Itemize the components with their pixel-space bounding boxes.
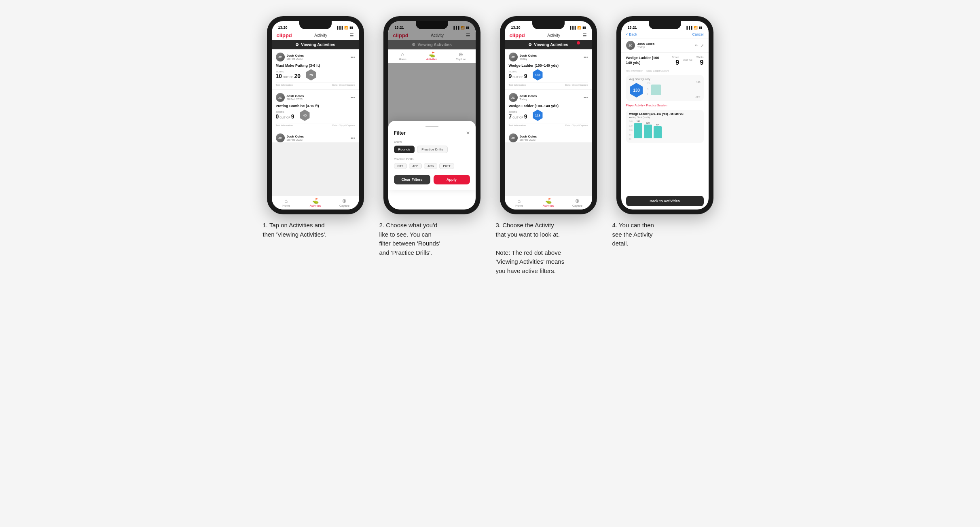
back-button-4[interactable]: < Back: [626, 32, 637, 36]
tab-capture-3[interactable]: ⊕ Capture: [563, 198, 592, 207]
shots-section-4: Shots 9: [696, 56, 704, 66]
score-val-3-2: 7: [509, 113, 512, 120]
three-dots-3-2[interactable]: •••: [584, 95, 588, 100]
y-label-80: 80: [629, 133, 633, 136]
drill-pill-putt-2[interactable]: PUTT: [439, 163, 454, 169]
bar-4-2: [644, 125, 652, 138]
bar-group-4-2: 129: [644, 122, 652, 138]
player-activity-link-4[interactable]: Practice Session: [646, 104, 667, 107]
avatar-3-1: JC: [509, 53, 518, 61]
tab-activities-2[interactable]: ⛳ Activities: [417, 51, 447, 61]
cancel-button-4[interactable]: Cancel: [692, 32, 703, 36]
home-icon-1: ⌂: [285, 198, 288, 204]
user-info-3-3: Josh Coles 28 Feb 2023: [520, 135, 537, 141]
user-name-3-1: Josh Coles: [520, 54, 537, 57]
user-date-1-3: 28 Feb 2023: [287, 138, 304, 141]
user-name-1-2: Josh Coles: [287, 94, 304, 98]
score-value-row-3-2: 7 OUT OF 9: [509, 113, 527, 120]
mini-bar-4: [651, 85, 661, 95]
filter-overlay-2: Filter ✕ Show Rounds Practice Drills Pra…: [388, 121, 476, 190]
tab-home-label-3: Home: [515, 204, 523, 207]
activity-card-3-3[interactable]: JC Josh Coles 28 Feb 2023: [505, 130, 592, 142]
three-dots-1-3[interactable]: •••: [351, 136, 355, 140]
activity-card-3-1[interactable]: JC Josh Coles Today ••• Wedge Ladder (10…: [505, 49, 592, 89]
drill-pill-app-2[interactable]: APP: [409, 163, 422, 169]
avatar-1-2: JC: [276, 93, 285, 102]
avg-sq-row-4: 130 100 50 0: [629, 82, 701, 98]
activity-footer-1-2: Test Information Data: Clippd Capture: [276, 123, 355, 127]
capture-icon-1: ⊕: [342, 198, 347, 204]
phone-column-3: 13:20 ▐▐▐ 📶 ▮▮ clippd Activity ☰ ⚙ Viewi…: [496, 16, 601, 275]
sq-badge-1-1: 75: [305, 69, 317, 80]
card-header-1-1: JC Josh Coles 28 Feb 2023 •••: [276, 53, 355, 61]
activity-card-1-3[interactable]: JC Josh Coles 28 Feb 2023 •••: [272, 130, 359, 142]
activity-user-1-3: JC Josh Coles 28 Feb 2023: [276, 133, 304, 142]
filter-title-2: Filter: [394, 130, 406, 136]
activity-title-1-2: Putting Combine (3-15 ft): [276, 104, 355, 108]
apply-button-2[interactable]: Apply: [434, 175, 470, 184]
back-to-activities-button-4[interactable]: Back to Activities: [626, 196, 704, 206]
activities-list-3: JC Josh Coles Today ••• Wedge Ladder (10…: [505, 49, 592, 196]
activity-user-1-1: JC Josh Coles 28 Feb 2023: [276, 53, 304, 61]
drill-pill-arg-2[interactable]: ARG: [424, 163, 438, 169]
clear-filters-button-2[interactable]: Clear Filters: [394, 175, 430, 184]
detail-drill-title-4: Wedge Ladder (100–140 yds): [626, 56, 667, 65]
user-name-1-1: Josh Coles: [287, 54, 304, 57]
drills-label-2: Practice Drills: [394, 157, 470, 161]
activity-title-3-1: Wedge Ladder (100–140 yds): [509, 63, 588, 68]
avatar-3-2: JC: [509, 93, 518, 102]
tab-home-3[interactable]: ⌂ Home: [505, 198, 534, 207]
three-dots-3-1[interactable]: •••: [584, 55, 588, 59]
edit-icon-4[interactable]: ✏: [695, 43, 698, 48]
bar-val-4-1: 132: [637, 120, 640, 123]
bar-4-3: [654, 126, 662, 138]
y-label-120: 120: [629, 125, 633, 127]
activity-card-1-2[interactable]: JC Josh Coles 28 Feb 2023 ••• Putting Co…: [272, 90, 359, 130]
three-dots-1-1[interactable]: •••: [351, 55, 355, 59]
app-logo-3: clippd: [510, 32, 525, 38]
activity-card-1-1[interactable]: JC Josh Coles 28 Feb 2023 ••• Must Make …: [272, 49, 359, 89]
out-of-label-4: OUT OF: [683, 59, 692, 61]
hamburger-icon-3[interactable]: ☰: [582, 33, 587, 38]
filter-close-2[interactable]: ✕: [466, 130, 470, 136]
battery-icon-4: ▮▮: [699, 26, 702, 30]
shots-val-1-1: 20: [294, 73, 301, 79]
detail-sub-info2-4: Data: Clippd Capture: [646, 70, 669, 72]
tab-home-1[interactable]: ⌂ Home: [272, 198, 301, 207]
tab-activities-1[interactable]: ⛳ Activities: [301, 198, 330, 207]
phone-frame-3: 13:20 ▐▐▐ 📶 ▮▮ clippd Activity ☰ ⚙ Viewi…: [500, 16, 597, 214]
status-time-3: 13:20: [511, 25, 521, 30]
three-dots-1-2[interactable]: •••: [351, 95, 355, 100]
tab-capture-2[interactable]: ⊕ Capture: [447, 51, 476, 61]
tab-home-label-2: Home: [399, 58, 406, 61]
shots-val-3-1: 9: [524, 73, 527, 79]
drill-pill-ott-2[interactable]: OTT: [394, 163, 407, 169]
activity-stats-3-1: Score 9 OUT OF 9 130: [509, 69, 588, 80]
activity-card-3-2[interactable]: JC Josh Coles Today ••• Wedge Ladder (10…: [505, 90, 592, 130]
activities-list-1: JC Josh Coles 28 Feb 2023 ••• Must Make …: [272, 49, 359, 196]
filter-handle-2: [425, 126, 438, 127]
battery-icon-3: ▮▮: [582, 26, 586, 30]
phone-notch-1: [299, 21, 332, 29]
hamburger-icon-1[interactable]: ☰: [349, 33, 354, 38]
filter-pill-drills-2[interactable]: Practice Drills: [417, 146, 447, 153]
bar-group-4-3: 124: [654, 123, 662, 138]
tab-home-2[interactable]: ⌂ Home: [388, 51, 417, 61]
viewing-banner-3[interactable]: ⚙ Viewing Activities: [505, 40, 592, 49]
viewing-banner-1[interactable]: ⚙ Viewing Activities: [272, 40, 359, 49]
caption-1: 1. Tap on Activities and then 'Viewing A…: [263, 221, 368, 239]
player-activity-label-4: Player Activity • Practice Session: [626, 104, 704, 107]
detail-sub-info1-4: Test Information: [626, 70, 643, 72]
expand-icon-4[interactable]: ⤢: [701, 43, 704, 48]
tab-activities-3[interactable]: ⛳ Activities: [534, 198, 563, 207]
filter-pill-rounds-2[interactable]: Rounds: [394, 146, 415, 153]
user-name-3-2: Josh Coles: [520, 94, 537, 98]
detail-user-actions-4: ✏ ⤢: [695, 43, 704, 48]
phone-screen-1: 13:20 ▐▐▐ 📶 ▮▮ clippd Activity ☰ ⚙ Viewi…: [272, 21, 359, 210]
tab-activities-label-2: Activities: [426, 58, 438, 61]
chart-scale-0: 0: [647, 93, 650, 95]
bottom-tabs-3: ⌂ Home ⛳ Activities ⊕ Capture: [505, 196, 592, 210]
tab-capture-label-3: Capture: [572, 204, 582, 207]
nav-title-1: Activity: [314, 33, 327, 38]
tab-capture-1[interactable]: ⊕ Capture: [330, 198, 359, 207]
